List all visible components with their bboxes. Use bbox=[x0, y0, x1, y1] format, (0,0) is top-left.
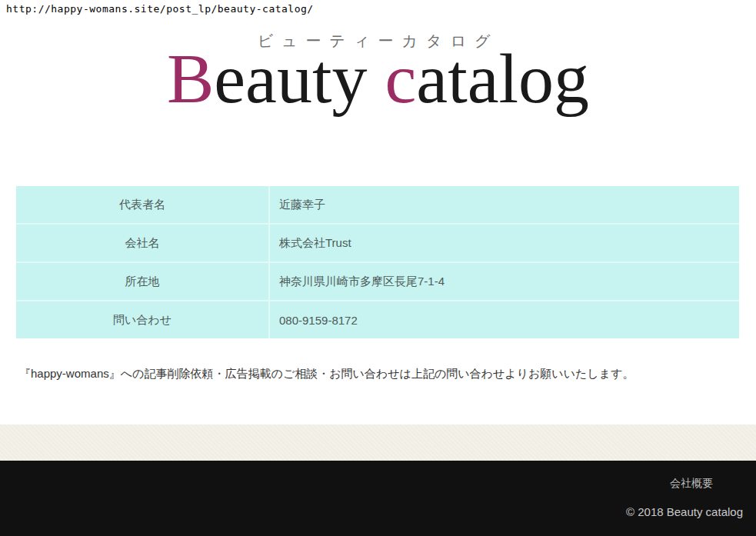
site-footer: 会社概要 © 2018 Beauty catalog bbox=[0, 461, 756, 536]
title-accent-letter: B bbox=[167, 39, 214, 118]
row-label: 所在地 bbox=[16, 263, 270, 301]
row-value: 080-9159-8172 bbox=[270, 301, 739, 338]
row-value: 株式会社Trust bbox=[270, 225, 739, 263]
url-text: http://happy-womans.site/post_lp/beauty-… bbox=[6, 3, 314, 15]
page-root: http://happy-womans.site/post_lp/beauty-… bbox=[0, 0, 756, 536]
title-text: atalog bbox=[416, 39, 589, 118]
row-value: 神奈川県川崎市多摩区長尾7-1-4 bbox=[270, 263, 739, 301]
row-label: 代表者名 bbox=[16, 186, 270, 225]
company-info-table: 代表者名 近藤幸子 会社名 株式会社Trust 所在地 神奈川県川崎市多摩区長尾… bbox=[16, 186, 739, 338]
row-value: 近藤幸子 bbox=[270, 186, 739, 225]
table-row: 所在地 神奈川県川崎市多摩区長尾7-1-4 bbox=[16, 263, 739, 301]
table-row: 代表者名 近藤幸子 bbox=[16, 186, 739, 225]
table-row: 問い合わせ 080-9159-8172 bbox=[16, 301, 739, 338]
title-text: eauty bbox=[214, 39, 385, 118]
table-row: 会社名 株式会社Trust bbox=[16, 225, 739, 263]
footer-nav-company-overview[interactable]: 会社概要 bbox=[670, 477, 713, 491]
contact-note: 『happy-womans』への記事削除依頼・広告掲載のご相談・お問い合わせは上… bbox=[19, 365, 734, 383]
row-label: 問い合わせ bbox=[16, 301, 270, 338]
site-logo-link[interactable]: Beauty catalog bbox=[0, 43, 756, 114]
beige-divider-strip bbox=[0, 424, 756, 461]
row-label: 会社名 bbox=[16, 225, 270, 263]
title-accent-letter: c bbox=[385, 39, 416, 118]
copyright-text: © 2018 Beauty catalog bbox=[626, 505, 743, 518]
